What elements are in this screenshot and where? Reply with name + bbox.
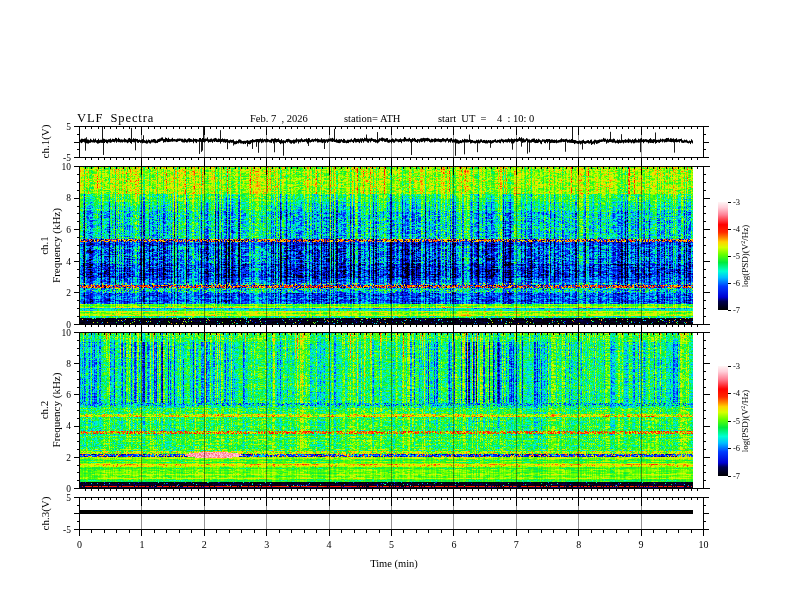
svg-text:-7: -7 bbox=[733, 471, 740, 481]
svg-text:Frequency (kHz): Frequency (kHz) bbox=[50, 208, 63, 283]
svg-text:-3: -3 bbox=[733, 197, 740, 207]
svg-text:Feb. 7 , 2026: Feb. 7 , 2026 bbox=[250, 113, 308, 124]
svg-text:station= ATH: station= ATH bbox=[344, 113, 401, 124]
svg-text:-7: -7 bbox=[733, 305, 740, 315]
svg-text:5: 5 bbox=[66, 493, 71, 503]
svg-text:8: 8 bbox=[576, 539, 581, 550]
svg-text:VLF Spectra: VLF Spectra bbox=[77, 111, 154, 125]
svg-text:Frequency (kHz): Frequency (kHz) bbox=[50, 372, 63, 447]
svg-text:Time (min): Time (min) bbox=[370, 558, 418, 570]
svg-text:8: 8 bbox=[66, 193, 71, 203]
svg-text:9: 9 bbox=[639, 539, 644, 550]
svg-text:log(PSD)(V2/Hz): log(PSD)(V2/Hz) bbox=[740, 390, 750, 453]
svg-text:0: 0 bbox=[77, 539, 82, 550]
svg-text:7: 7 bbox=[514, 539, 519, 550]
svg-text:ch.1(V): ch.1(V) bbox=[39, 124, 52, 158]
svg-text:-3: -3 bbox=[733, 361, 740, 371]
svg-text:1: 1 bbox=[139, 539, 144, 550]
svg-text:4: 4 bbox=[66, 421, 71, 431]
svg-text:4: 4 bbox=[327, 539, 332, 550]
svg-text:10: 10 bbox=[62, 328, 72, 338]
svg-text:8: 8 bbox=[66, 359, 71, 369]
svg-text:6: 6 bbox=[451, 539, 456, 550]
svg-text:ch.2: ch.2 bbox=[38, 401, 50, 420]
svg-text:log(PSD)(V2/Hz): log(PSD)(V2/Hz) bbox=[740, 225, 750, 288]
svg-text:start UT = 4 : 10: 0: start UT = 4 : 10: 0 bbox=[438, 113, 534, 124]
svg-text:10: 10 bbox=[62, 162, 72, 172]
svg-text:6: 6 bbox=[66, 225, 71, 235]
svg-text:4: 4 bbox=[66, 257, 71, 267]
svg-text:5: 5 bbox=[66, 122, 71, 132]
svg-text:10: 10 bbox=[699, 539, 709, 550]
svg-text:5: 5 bbox=[389, 539, 394, 550]
svg-text:2: 2 bbox=[66, 453, 71, 463]
svg-text:ch.3(V): ch.3(V) bbox=[39, 496, 52, 530]
svg-text:-5: -5 bbox=[63, 525, 71, 535]
svg-text:3: 3 bbox=[264, 539, 269, 550]
svg-text:2: 2 bbox=[202, 539, 207, 550]
svg-text:ch.1: ch.1 bbox=[38, 236, 50, 255]
svg-text:2: 2 bbox=[66, 288, 71, 298]
svg-text:6: 6 bbox=[66, 390, 71, 400]
